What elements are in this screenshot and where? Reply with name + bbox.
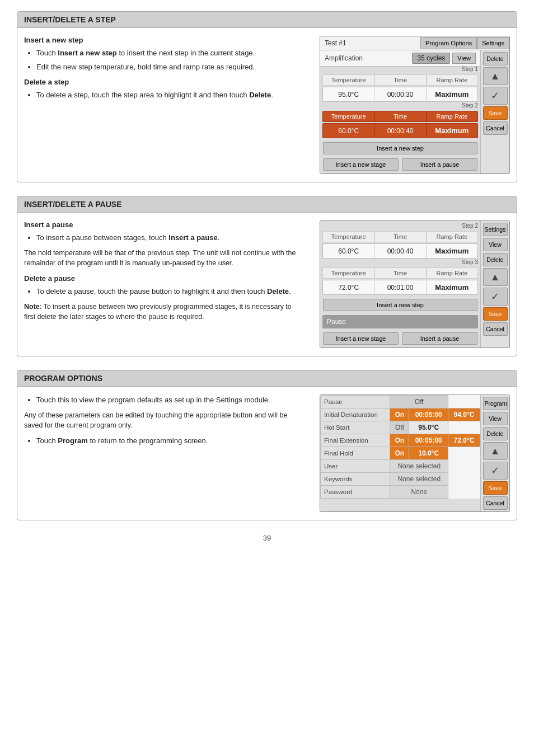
step2-data-row-2[interactable]: 60.0°C 00:00:40 Maximum	[322, 243, 478, 259]
final-ext-on[interactable]: On	[390, 434, 409, 447]
view-btn-1[interactable]: View	[452, 53, 476, 64]
delete-pause-bullet-1: To delete a pause, touch the pause butto…	[36, 286, 303, 297]
cancel-btn-2[interactable]: Cancel	[483, 322, 508, 336]
device-panel-1: Test #1 Program Options Settings Amplifi…	[320, 36, 510, 174]
check-btn-2[interactable]: ✓	[483, 288, 508, 306]
insert-pause-btn-2[interactable]: Insert a pause	[402, 332, 477, 345]
init-denat-temp[interactable]: 94.0°C	[448, 408, 480, 421]
prog-opts-bullet-2: Touch Program to return to the programmi…	[36, 435, 303, 447]
prog-row-final-ext: Final Extension On 00:05:00 72.0°C	[321, 434, 480, 447]
insert-new-step-btn-1[interactable]: Insert a new step	[323, 142, 477, 154]
step1-header-row: Temperature Time Ramp Rate	[322, 74, 478, 86]
step1-time: 00:00:30	[374, 88, 426, 101]
cancel-btn-3[interactable]: Cancel	[483, 496, 508, 510]
hot-start-off[interactable]: Off	[390, 421, 409, 434]
step2-ramp-1: Maximum	[427, 124, 477, 138]
note-text-pause: Note: To insert a pause between two prev…	[24, 302, 303, 323]
up-arrow-2[interactable]: ▲	[483, 268, 508, 286]
step3-time: 00:01:00	[374, 281, 426, 294]
password-val[interactable]: None	[390, 486, 448, 499]
check-btn-1[interactable]: ✓	[483, 87, 508, 105]
final-hold-temp[interactable]: 10.0°C	[409, 447, 448, 460]
insert-delete-step-panel: Test #1 Program Options Settings Amplifi…	[320, 36, 510, 174]
step2-data-row-1[interactable]: 60.0°C 00:00:40 Maximum	[322, 123, 478, 138]
settings-btn-1[interactable]: Settings	[477, 37, 509, 49]
program-btn-3[interactable]: Program	[483, 397, 508, 410]
insert-step-bullet-1: Touch Insert a new step to insert the ne…	[36, 48, 303, 59]
step2h-ramp-2: Ramp Rate	[427, 232, 477, 242]
device-body-1: Amplification 35 cycles View Step 1 Temp…	[320, 50, 509, 173]
step2-tag-2: Step 2	[320, 221, 480, 229]
prog-row-password: Password None	[321, 486, 480, 499]
program-options-section: PROGRAM OPTIONS Touch this to view the p…	[17, 370, 517, 520]
delete-step-bullet-1: To delete a step, touch the step area to…	[36, 90, 303, 101]
insert-pause-btn-1[interactable]: Insert a pause	[402, 158, 477, 171]
password-label: Password	[321, 486, 390, 499]
device-panel-3: Pause Off Initial Denaturation On 00:05:…	[320, 395, 510, 512]
step1-data-row[interactable]: 95.0°C 00:00:30 Maximum	[322, 87, 478, 102]
insert-new-stage-btn-2[interactable]: Insert a new stage	[323, 332, 399, 345]
hot-start-temp[interactable]: 95.0°C	[409, 421, 448, 434]
cancel-btn-1[interactable]: Cancel	[483, 121, 508, 135]
cycles-badge-1: 35 cycles	[412, 53, 450, 64]
device-sidebar-2: Settings View Delete ▲ ✓ Save Cancel	[480, 221, 509, 348]
delete-btn-2[interactable]: Delete	[483, 253, 508, 266]
device-main-2: Step 2 Temperature Time Ramp Rate 60.0°C…	[320, 221, 480, 348]
user-label: User	[321, 460, 390, 473]
insert-step-subtitle: Insert a new step	[24, 36, 303, 44]
user-val[interactable]: None selected	[390, 460, 448, 473]
final-ext-label: Final Extension	[321, 434, 390, 447]
check-btn-3[interactable]: ✓	[483, 462, 508, 480]
init-denat-on[interactable]: On	[390, 408, 409, 421]
delete-step-subtitle: Delete a step	[24, 78, 303, 86]
prog-options-table: Pause Off Initial Denaturation On 00:05:…	[320, 395, 480, 499]
device-body-3: Pause Off Initial Denaturation On 00:05:…	[320, 395, 509, 511]
insert-new-step-btn-2[interactable]: Insert a new step	[323, 299, 477, 311]
step1-header-temp: Temperature	[323, 75, 374, 85]
delete-pause-subtitle: Delete a pause	[24, 274, 303, 283]
delete-pause-bullets: To delete a pause, touch the pause butto…	[36, 286, 303, 297]
up-arrow-1[interactable]: ▲	[483, 67, 508, 85]
insert-new-stage-btn-1[interactable]: Insert a new stage	[323, 158, 399, 171]
final-ext-time[interactable]: 00:05:00	[409, 434, 448, 447]
test-name-1: Test #1	[320, 36, 420, 50]
pause-row[interactable]: Pause	[322, 315, 478, 328]
insert-step-bullets: Touch Insert a new step to insert the ne…	[36, 48, 303, 72]
pause-val[interactable]: Off	[390, 396, 448, 408]
device-top-bar-1: Test #1 Program Options Settings	[320, 36, 509, 50]
step2-header-temp-1: Temperature	[323, 111, 374, 121]
delete-btn-3[interactable]: Delete	[483, 427, 508, 440]
step1-header-time: Time	[374, 75, 426, 85]
step3h-ramp: Ramp Rate	[427, 268, 477, 278]
device-sidebar-1: Delete ▲ ✓ Save Cancel	[480, 50, 509, 173]
save-btn-3[interactable]: Save	[483, 481, 508, 495]
insert-delete-pause-section: INSERT/DELETE A PAUSE Insert a pause To …	[17, 196, 517, 356]
view-btn-3[interactable]: View	[483, 412, 508, 425]
save-btn-2[interactable]: Save	[483, 307, 508, 321]
final-hold-label: Final Hold	[321, 447, 390, 460]
save-btn-1[interactable]: Save	[483, 106, 508, 120]
insert-btn-row-1: Insert a new step	[320, 139, 480, 157]
delete-btn-1[interactable]: Delete	[483, 52, 508, 65]
view-btn-2[interactable]: View	[483, 238, 508, 251]
final-hold-on[interactable]: On	[390, 447, 409, 460]
step2-header-time-1: Time	[374, 111, 426, 121]
prog-options-btn-1[interactable]: Program Options	[420, 37, 477, 49]
device-main-3: Pause Off Initial Denaturation On 00:05:…	[320, 395, 480, 511]
step3h-time: Time	[374, 268, 426, 278]
bottom-btn-row-1: Insert a new stage Insert a pause	[320, 157, 480, 173]
insert-delete-step-left: Insert a new step Touch Insert a new ste…	[24, 36, 308, 174]
init-denat-time[interactable]: 00:05:00	[409, 408, 448, 421]
insert-pause-subtitle: Insert a pause	[24, 220, 303, 229]
up-arrow-3[interactable]: ▲	[483, 442, 508, 460]
final-ext-temp[interactable]: 72.0°C	[448, 434, 480, 447]
bottom-btn-row-2: Insert a new stage Insert a pause	[320, 330, 480, 348]
program-options-left: Touch this to view the program defaults …	[24, 395, 308, 512]
step3-temp: 72.0°C	[323, 281, 374, 294]
settings-btn-2[interactable]: Settings	[483, 223, 508, 236]
step2-time-2: 00:00:40	[374, 245, 426, 258]
page-number: 39	[17, 534, 517, 542]
keywords-val[interactable]: None selected	[390, 473, 448, 486]
step2-temp-2: 60.0°C	[323, 245, 374, 258]
step3-data-row[interactable]: 72.0°C 00:01:00 Maximum	[322, 280, 478, 295]
